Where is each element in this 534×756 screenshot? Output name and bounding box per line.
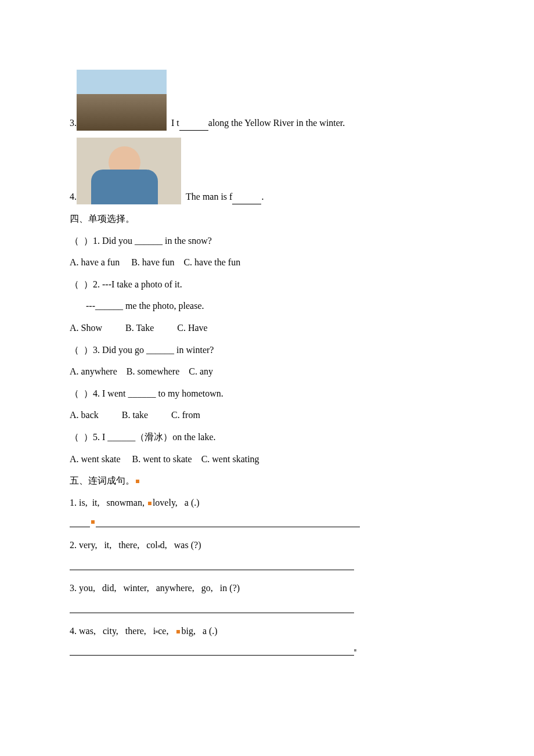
question-4-text-before: The man is f	[186, 189, 232, 204]
s5-q4-answer-line[interactable]	[70, 645, 464, 656]
s5-q2-b: d, was (?)	[160, 540, 201, 550]
s5-q1: 1. is, it, snowman, lovely, a (.)	[70, 495, 464, 510]
dot-marker-icon	[136, 480, 139, 483]
s5-q1-answer-line[interactable]	[70, 517, 464, 527]
s5-q3-answer-line[interactable]	[70, 603, 354, 613]
s5-q4-b: ce,	[158, 626, 175, 636]
s4-q1-stem: （ ）1. Did you ______ in the snow?	[70, 233, 464, 249]
dot-marker-icon	[148, 502, 151, 505]
question-4-row: 4. The man is f .	[70, 138, 464, 204]
s4-q3-stem: （ ）3. Did you go ______ in winter?	[70, 343, 464, 358]
dot-marker-icon	[91, 520, 95, 524]
s5-q2-answer-line[interactable]	[70, 560, 354, 570]
s4-q1-options: A. have a fun B. have fun C. have the fu…	[70, 255, 464, 270]
section5-heading-text: 五、连词成句。	[70, 476, 135, 485]
s5-q1-a: 1. is, it, snowman,	[70, 498, 147, 507]
answer-line-segment	[70, 645, 354, 656]
question-3-number: 3.	[70, 116, 77, 131]
s4-q4-options-text: A. back B. take C. from	[70, 410, 200, 420]
s4-q2-stem: （ ）2. ---I take a photo of it.	[70, 277, 464, 292]
question-3-text-before: I t	[171, 116, 179, 131]
question-4-number: 4.	[70, 189, 77, 204]
dot-marker-icon	[176, 630, 180, 633]
s4-q5-stem: （ ）5. I ______（滑冰）on the lake.	[70, 430, 464, 445]
s5-q1-b: lovely, a (.)	[153, 498, 200, 507]
question-3-row: 3. I t along the Yellow River in the win…	[70, 70, 464, 131]
s4-q2-options: A. Show B. Take C. Have	[70, 321, 464, 336]
s4-q5-options: A. went skate B. went to skate C. went s…	[70, 452, 464, 467]
question-4-blank[interactable]	[232, 204, 261, 204]
s5-q4: 4. was, city, there, ice, big, a (.)	[70, 624, 464, 639]
man-weighing-image	[77, 138, 181, 204]
tiny-marker-icon	[354, 649, 356, 651]
question-3-text-after: along the Yellow River in the winter.	[208, 116, 345, 131]
s4-q4-options: A. back B. take C. from	[70, 408, 464, 423]
question-3-blank[interactable]	[179, 130, 208, 131]
s5-q3: 3. you, did, winter, anywhere, go, in (?…	[70, 581, 464, 596]
answer-line-segment	[70, 517, 90, 527]
s4-q4-stem: （ ）4. I went ______ to my hometown.	[70, 386, 464, 401]
section5-heading: 五、连词成句。	[70, 473, 464, 488]
s5-q2-a: 2. very, it, there, col	[70, 540, 158, 550]
s5-q4-a: 4. was, city, there, i	[70, 626, 156, 636]
s5-q4-c: big, a (.)	[181, 626, 217, 636]
s4-q2-stem2: ---______ me the photo, please.	[70, 298, 464, 314]
s4-q3-options: A. anywhere B. somewhere C. any	[70, 364, 464, 379]
answer-line-segment	[96, 517, 360, 527]
mountain-river-image	[77, 70, 167, 131]
s5-q2: 2. very, it, there, cold, was (?)	[70, 538, 464, 553]
section4-heading: 四、单项选择。	[70, 211, 464, 226]
question-4-text-after: .	[261, 189, 264, 204]
